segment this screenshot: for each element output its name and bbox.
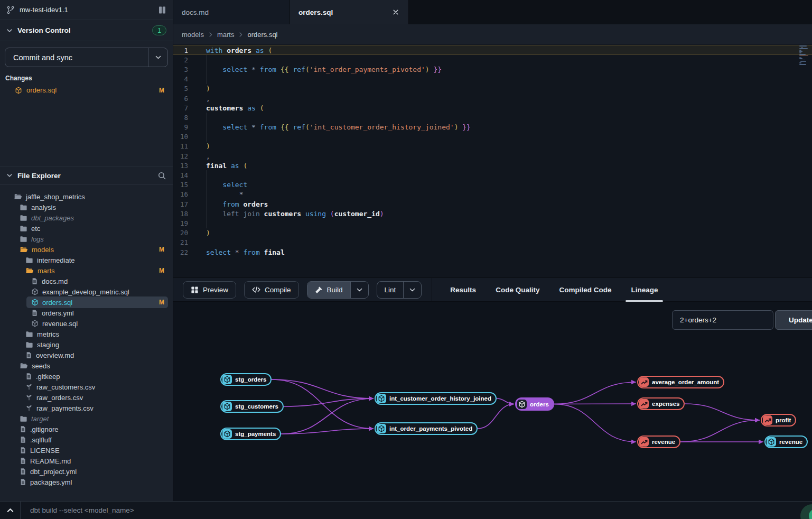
tree-item-analysis[interactable]: analysis [0,202,173,212]
tree-item-label: README.md [30,457,71,465]
changed-file-orders-sql[interactable]: orders.sql M [0,84,173,96]
tab-orders-sql[interactable]: orders.sql [290,0,409,24]
lineage-node-int_order_payments_pivoted[interactable]: int_order_payments_pivoted [375,422,478,435]
tree-item-intermediate[interactable]: intermediate [0,255,173,265]
file-explorer-header[interactable]: File Explorer [0,166,173,185]
tab-lineage[interactable]: Lineage [631,277,658,302]
cube-icon [222,429,232,439]
tab-results[interactable]: Results [450,277,476,302]
tree-item-packages.yml[interactable]: packages.yml [0,477,173,487]
tree-item-docs.md[interactable]: docs.md [0,276,173,286]
tab-compiled-code[interactable]: Compiled Code [559,277,611,302]
update-graph-button[interactable]: Update G [775,310,812,330]
lineage-node-stg_payments[interactable]: stg_payments [220,428,281,440]
tree-item-raw_orders.csv[interactable]: raw_orders.csv [0,392,173,403]
code-line-4: 4 [173,75,812,84]
tree-item-raw_customers.csv[interactable]: raw_customers.csv [0,382,173,392]
line-number: 19 [173,219,195,227]
search-icon[interactable] [157,171,166,180]
tab-label: orders.sql [298,8,333,16]
breadcrumb-orders-sql[interactable]: orders.sql [247,31,277,39]
tree-item-models[interactable]: modelsM [0,244,173,255]
tree-item-.sqlfluff[interactable]: .sqlfluff [0,434,173,445]
commit-and-sync-button[interactable]: Commit and sync [5,48,168,67]
tree-item-jaffle_shop_metrics[interactable]: jaffle_shop_metrics [0,191,173,202]
tree-item-seeds[interactable]: seeds [0,360,173,371]
line-number: 12 [173,152,195,160]
file-icon [20,425,26,433]
seed-icon [25,394,33,401]
preview-button[interactable]: Preview [183,281,236,299]
commit-options-dropdown[interactable] [148,48,167,67]
tree-item-staging[interactable]: staging [0,339,173,350]
trend-up-icon [639,437,649,447]
folder-icon [20,225,27,233]
tree-item-label: docs.md [42,277,68,285]
compile-button[interactable]: Compile [244,281,299,299]
command-input[interactable] [21,502,812,519]
changed-file-label: orders.sql [26,86,57,94]
lineage-node-revenue_metric[interactable]: revenue [637,435,680,448]
lineage-node-revenue_model[interactable]: revenue [764,435,808,448]
lineage-node-expenses[interactable]: expenses [637,397,685,410]
lint-options-dropdown[interactable] [403,282,421,298]
tree-item-raw_payments.csv[interactable]: raw_payments.csv [0,403,173,413]
lint-button[interactable]: Lint [377,282,404,298]
tree-item-metrics[interactable]: metrics [0,329,173,339]
code-line-15: 15 select [173,180,812,190]
line-number: 8 [173,114,195,122]
lineage-selector-input[interactable] [672,310,773,330]
code-editor[interactable]: 1with orders as (23 select * from {{ ref… [173,44,812,277]
tree-item-label: raw_orders.csv [36,394,83,402]
hammer-icon [315,286,323,294]
lineage-node-int_customer_order_history_joined[interactable]: int_customer_order_history_joined [375,392,497,405]
tab-code-quality[interactable]: Code Quality [496,277,539,302]
lineage-node-profit[interactable]: profit [761,414,796,427]
code-line-6: 6, [173,94,812,103]
version-control-header[interactable]: Version Control 1 [0,20,173,41]
grid-icon [191,286,199,294]
panel-columns-icon[interactable] [158,6,166,14]
lineage-node-label: revenue [779,439,802,445]
tree-item-revenue.sql[interactable]: revenue.sql [0,318,173,329]
file-icon [31,277,38,285]
tree-item-label: dbt_packages [31,214,74,222]
tab-docs-md[interactable]: docs.md [173,0,290,24]
breadcrumb-marts[interactable]: marts [217,31,235,39]
tree-item-target[interactable]: target [0,413,173,424]
tree-item-dbt_project.yml[interactable]: dbt_project.yml [0,466,173,477]
cube-icon [517,400,527,409]
lineage-node-stg_orders[interactable]: stg_orders [220,373,272,386]
build-options-dropdown[interactable] [350,282,368,298]
code-lines: 1with orders as (23 select * from {{ ref… [173,45,812,257]
lineage-node-average_order_amount[interactable]: average_order_amount [637,376,724,388]
tree-item-marts[interactable]: martsM [0,265,173,276]
tree-item-overview.md[interactable]: overview.md [0,350,173,360]
chevron-up-icon[interactable] [0,506,20,514]
breadcrumb-models[interactable]: models [182,31,204,39]
tree-item-.gitkeep[interactable]: .gitkeep [0,371,173,382]
tree-item-.gitignore[interactable]: .gitignore [0,424,173,434]
lineage-node-stg_customers[interactable]: stg_customers [220,400,284,413]
line-number: 18 [173,210,195,218]
lineage-node-label: int_customer_order_history_joined [389,395,491,402]
tree-item-dbt_packages[interactable]: dbt_packages [0,212,173,223]
build-button[interactable]: Build [307,282,350,298]
close-icon[interactable] [393,9,399,15]
lineage-node-orders[interactable]: orders [515,397,554,411]
lint-button-group: Lint [377,281,422,299]
chevron-right-icon [208,32,213,38]
commit-button-label[interactable]: Commit and sync [5,48,148,67]
tree-item-README.md[interactable]: README.md [0,456,173,466]
file-explorer-title: File Explorer [17,172,61,180]
minimap[interactable] [799,45,811,78]
tree-item-orders.sql[interactable]: orders.sqlM [0,297,173,308]
build-label: Build [327,286,343,294]
cube-icon [31,320,39,327]
tree-item-logs[interactable]: logs [0,234,173,244]
tree-item-LICENSE[interactable]: LICENSE [0,445,173,456]
code-line-10: 10 [173,132,812,142]
tree-item-orders.yml[interactable]: orders.yml [0,308,173,318]
tree-item-example_develop_metric.sql[interactable]: example_develop_metric.sql [0,286,173,297]
tree-item-etc[interactable]: etc [0,223,173,234]
